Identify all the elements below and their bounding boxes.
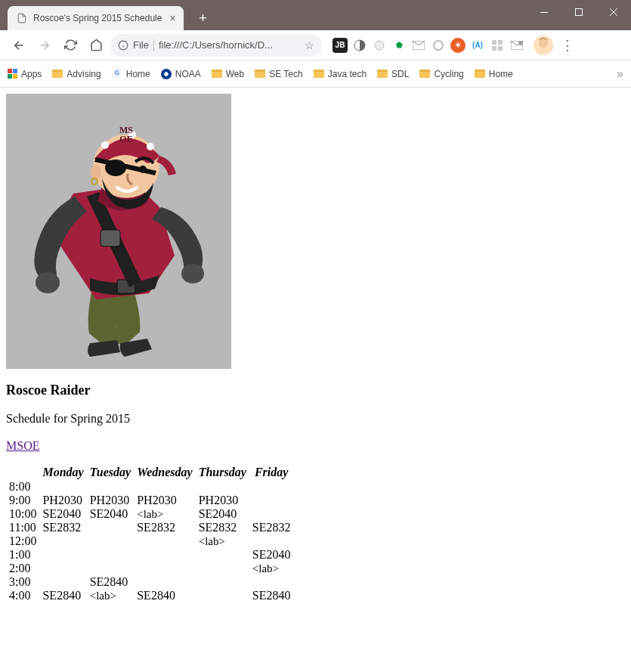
svg-rect-12 [498,40,503,45]
page-subheading: Schedule for Spring 2015 [6,412,625,426]
new-tab-button[interactable]: + [193,8,214,29]
folder-icon [52,70,63,78]
table-row: 12:00 [6,534,293,548]
extension-green-icon[interactable]: ⬟ [391,38,407,53]
close-window-button[interactable] [596,0,631,24]
col-thursday: Thursday [196,465,249,480]
cell: SE2840 [134,589,195,602]
cell [134,548,195,562]
cell [134,480,195,494]
extension-mail-icon[interactable] [411,38,426,53]
apps-icon [8,69,17,79]
page-icon [17,13,27,23]
extension-contrast-icon[interactable] [352,38,367,53]
bookmark-setech[interactable]: SE Tech [255,69,302,79]
svg-text:G: G [115,70,119,76]
extension-circle1-icon[interactable] [372,38,387,53]
cell [87,548,135,562]
table-row: 9:00PH2030PH2030PH2030<lab>PH2030 [6,494,293,507]
bookmark-label: SE Tech [269,69,302,79]
folder-icon [314,70,324,78]
bookmark-noaa[interactable]: NOAA [161,69,201,79]
bookmark-bar: AppsAdvisingGHomeNOAAWebSE TechJava tech… [0,60,631,88]
bookmark-star-icon[interactable]: ☆ [305,39,314,51]
bookmark-advising[interactable]: Advising [52,69,101,79]
info-icon[interactable] [118,40,128,51]
bookmark-apps[interactable]: Apps [8,69,42,79]
folder-icon [377,70,388,78]
extension-a-icon[interactable]: (A) [470,38,485,53]
close-tab-icon[interactable]: × [169,12,175,24]
svg-point-28 [147,143,154,150]
forward-button[interactable] [33,34,56,57]
bookmark-label: Apps [21,69,42,79]
reload-button[interactable] [59,34,82,57]
extension-mail2-icon[interactable] [509,38,524,53]
bookmark-label: Home [489,69,513,79]
cell: SE2832 [134,521,195,534]
back-button[interactable] [8,34,30,57]
extension-grid-icon[interactable] [490,38,505,53]
cell [39,548,86,562]
cell: SE2840<lab> [87,575,135,602]
browser-tab[interactable]: Roscoe's Spring 2015 Schedule × [8,6,184,30]
cell [134,534,195,548]
svg-point-8 [375,41,384,50]
window-controls [527,0,631,24]
cell: SE2040 [196,507,249,521]
cell: SE2040<lab> [249,548,294,589]
svg-rect-22 [101,230,120,246]
folder-icon [475,70,485,78]
extension-circle2-icon[interactable] [431,38,446,53]
cell [87,534,135,548]
mascot-image: MS OE [6,94,231,369]
bookmark-web[interactable]: Web [212,69,244,79]
col-monday: Monday [39,465,86,480]
cell [249,534,294,548]
svg-point-32 [139,166,147,173]
svg-point-16 [518,41,523,45]
bookmark-home1[interactable]: GHome [112,67,150,80]
svg-rect-0 [540,12,548,13]
google-icon: G [112,67,122,80]
cell: SE2840 [249,589,294,602]
cell [249,507,294,521]
cell [134,562,195,575]
extension-jb-icon[interactable]: JB [333,38,348,53]
svg-rect-14 [498,46,503,51]
svg-point-24 [181,264,204,283]
schedule-table: MondayTuesdayWednesdayThursdayFriday 8:0… [6,465,293,602]
home-button[interactable] [85,34,107,57]
msoe-link[interactable]: MSOE [6,439,39,453]
svg-point-26 [101,141,109,149]
page-content: MS OE Roscoe Raider Schedule for Spring … [0,88,631,609]
minimize-button[interactable] [527,0,561,24]
browser-menu-icon[interactable]: ⋮ [561,39,574,52]
profile-avatar[interactable] [534,36,553,55]
cell [39,480,86,494]
bookmark-label: SDL [391,69,409,79]
bookmark-cycling[interactable]: Cycling [419,69,463,79]
cell-time: 11:00 [6,521,39,534]
cell: PH2030 [39,494,86,507]
bookmark-home2[interactable]: Home [475,69,513,79]
bookmark-java[interactable]: Java tech [314,69,367,79]
folder-icon [212,70,222,78]
maximize-button[interactable] [561,0,596,24]
col-friday: Friday [249,465,294,480]
cell: SE2040 [39,507,86,521]
cell: PH2030 [196,494,249,507]
extension-orange-icon[interactable]: ✶ [450,38,466,53]
bookmark-sdl[interactable]: SDL [377,69,409,79]
bookmark-label: Advising [67,69,101,79]
page-heading: Roscoe Raider [6,382,625,398]
tab-title: Roscoe's Spring 2015 Schedule [33,13,162,23]
address-bar: File file:///C:/Users/hornick/D... ☆ JB … [0,30,631,60]
bookmark-label: Home [126,69,150,79]
url-field[interactable]: File file:///C:/Users/hornick/D... ☆ [110,34,322,57]
svg-text:OE: OE [119,134,132,144]
svg-point-18 [539,38,548,48]
svg-rect-1 [576,9,583,16]
col-time [6,465,39,480]
bookmark-overflow-icon[interactable]: » [617,67,623,81]
